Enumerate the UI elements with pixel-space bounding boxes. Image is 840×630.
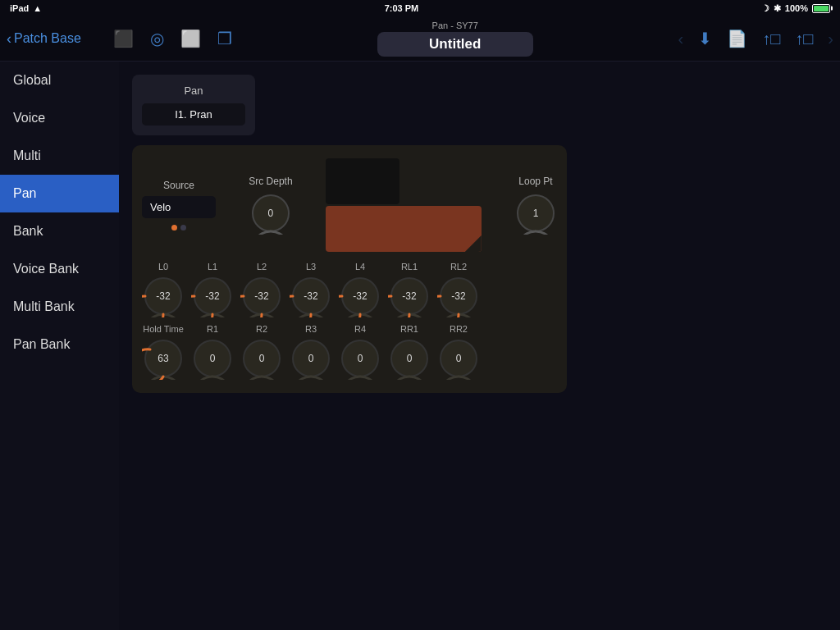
knob-row-1: L0-32L1-32L2-32L3-32L4-32RL1-32RL2-32 <box>142 262 557 317</box>
inbox-icon[interactable]: ⬜ <box>180 29 201 48</box>
knob-l0[interactable]: -32 <box>142 275 185 317</box>
pan-card-title: Pan <box>142 84 245 97</box>
export-icon[interactable]: ↑□ <box>795 30 813 48</box>
loop-pt-section: Loop Pt 1 <box>514 176 557 235</box>
share-icon[interactable]: ↑□ <box>762 30 780 48</box>
knob-label-l4: L4 <box>340 262 381 272</box>
new-doc-icon[interactable]: 📄 <box>727 29 747 48</box>
knob-rl2[interactable]: -32 <box>437 275 480 317</box>
knob-label-l1: L1 <box>192 262 233 272</box>
knob-rl1[interactable]: -32 <box>388 275 431 317</box>
status-left: iPad ▲ <box>10 3 42 13</box>
knob-col-l2: L2-32 <box>240 262 283 317</box>
src-depth-section: Src Depth 0 <box>249 176 292 235</box>
knob-r4[interactable]: 0 <box>339 337 381 380</box>
knob-row-1-labels: L0-32L1-32L2-32L3-32L4-32RL1-32RL2-32 <box>142 262 557 317</box>
knob-row-2: Hold Time63R10R20R30R40RR10RR20 <box>142 324 557 380</box>
next-icon[interactable]: › <box>828 30 833 48</box>
device-label: iPad <box>10 3 29 13</box>
title-button[interactable]: Untitled <box>377 32 533 57</box>
back-button[interactable]: ‹ Patch Base <box>7 30 105 48</box>
source-dots <box>171 225 186 231</box>
knob-col-rr1: RR10 <box>388 324 431 380</box>
bluetooth-icon: ✱ <box>774 3 781 14</box>
sidebar-item-pan[interactable]: Pan <box>0 175 119 212</box>
knob-col-r4: R40 <box>339 324 381 380</box>
back-arrow-icon: ‹ <box>7 30 11 48</box>
knob-rr1[interactable]: 0 <box>388 337 431 380</box>
knob-col-l4: L4-32 <box>339 262 381 317</box>
svg-point-8 <box>441 278 477 314</box>
prev-icon[interactable]: ‹ <box>678 30 683 48</box>
svg-point-9 <box>145 340 181 377</box>
sidebar-item-voice[interactable]: Voice <box>0 99 119 137</box>
knob-label-rl1: RL1 <box>389 262 430 272</box>
knob-r3[interactable]: 0 <box>290 337 332 380</box>
knob-l1[interactable]: -32 <box>191 275 234 317</box>
knob-l4[interactable]: -32 <box>339 275 381 317</box>
nav-icons-left: ⬛ ◎ ⬜ ❒ <box>113 29 232 48</box>
knob-label-rr2: RR2 <box>438 324 479 334</box>
sidebar-item-multi-bank[interactable]: Multi Bank <box>0 288 119 326</box>
knob-label-l0: L0 <box>143 262 184 272</box>
svg-point-15 <box>441 340 477 377</box>
source-label: Source <box>163 180 194 191</box>
knob-col-r3: R30 <box>290 324 332 380</box>
display-area <box>326 158 482 252</box>
knob-col-r1: R10 <box>191 324 234 380</box>
knob-rr2[interactable]: 0 <box>437 337 480 380</box>
knob-r2[interactable]: 0 <box>240 337 283 380</box>
loop-pt-knob[interactable]: 1 <box>514 192 557 235</box>
knob-col-l3: L3-32 <box>290 262 332 317</box>
svg-point-0 <box>253 195 289 231</box>
sidebar: Global Voice Multi Pan Bank Voice Bank M… <box>0 62 119 630</box>
knob-hold-time[interactable]: 63 <box>142 337 185 380</box>
knob-col-l0: L0-32 <box>142 262 185 317</box>
svg-point-7 <box>391 278 427 314</box>
knob-col-r2: R20 <box>240 324 283 380</box>
moon-icon: ☽ <box>761 3 769 14</box>
knob-l3[interactable]: -32 <box>290 275 332 317</box>
loop-pt-label: Loop Pt <box>518 176 552 187</box>
knob-r1[interactable]: 0 <box>191 337 234 380</box>
sidebar-item-global[interactable]: Global <box>0 62 119 99</box>
svg-point-14 <box>391 340 427 377</box>
pan-card: Pan I1. Pran <box>132 75 255 135</box>
copy-icon[interactable]: ❒ <box>217 29 232 48</box>
display-brown <box>326 206 482 252</box>
pan-select[interactable]: I1. Pran <box>142 103 245 126</box>
svg-point-6 <box>342 278 378 314</box>
knob-label-l2: L2 <box>241 262 282 272</box>
back-label: Patch Base <box>14 31 81 46</box>
sidebar-item-voice-bank[interactable]: Voice Bank <box>0 250 119 288</box>
svg-point-10 <box>194 340 231 377</box>
sidebar-item-multi[interactable]: Multi <box>0 137 119 175</box>
dot-inactive <box>180 225 186 231</box>
knob-label-rl2: RL2 <box>438 262 479 272</box>
download-icon[interactable]: ⬇ <box>698 29 712 48</box>
knob-col-rl1: RL1-32 <box>388 262 431 317</box>
main-content: Pan I1. Pran Source Velo Src Depth <box>119 62 840 630</box>
env-header: Source Velo Src Depth 0 <box>142 158 557 252</box>
nav-subtitle: Pan - SY77 <box>432 21 478 30</box>
source-dropdown[interactable]: Velo <box>142 196 216 218</box>
dot-active <box>171 225 177 231</box>
knob-l2[interactable]: -32 <box>240 275 283 317</box>
gamepad-icon[interactable]: ◎ <box>150 29 164 48</box>
svg-point-3 <box>194 278 231 314</box>
svg-point-2 <box>145 278 181 314</box>
sidebar-item-pan-bank[interactable]: Pan Bank <box>0 326 119 363</box>
knob-col-l1: L1-32 <box>191 262 234 317</box>
src-depth-knob[interactable]: 0 <box>249 192 292 235</box>
battery-icon <box>812 4 830 13</box>
svg-point-5 <box>293 278 329 314</box>
status-right: ☽ ✱ 100% <box>761 3 830 14</box>
knob-col-rl2: RL2-32 <box>437 262 480 317</box>
knob-label-r4: R4 <box>340 324 381 334</box>
knob-label-hold-time: Hold Time <box>143 324 184 334</box>
svg-point-11 <box>244 340 280 377</box>
knob-col-rr2: RR20 <box>437 324 480 380</box>
sidebar-item-bank[interactable]: Bank <box>0 212 119 250</box>
svg-point-1 <box>518 195 554 231</box>
folder-icon[interactable]: ⬛ <box>113 29 134 48</box>
